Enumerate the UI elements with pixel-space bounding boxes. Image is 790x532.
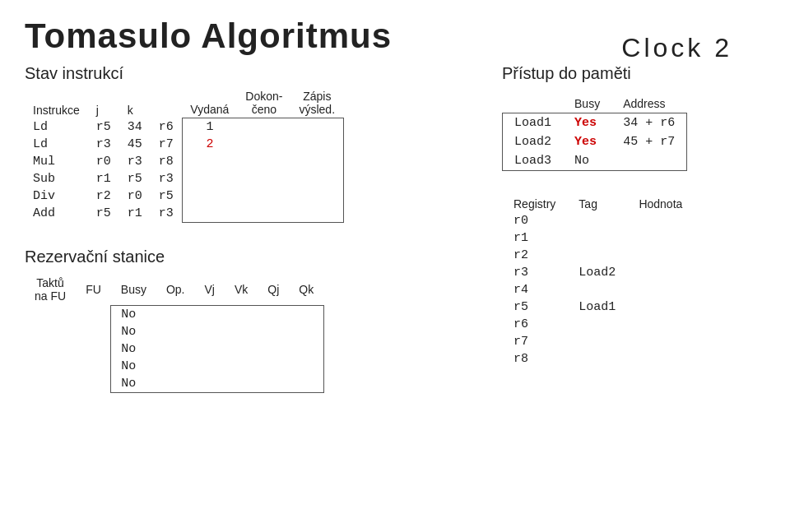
mem-cell-busy: No — [563, 151, 611, 171]
mem-cell-busy: Yes — [563, 113, 611, 133]
cell-extra: r5 — [151, 187, 183, 205]
cell-vydana — [182, 153, 237, 170]
table-row: Add r5 r1 r3 — [25, 205, 343, 222]
cell-instr: Mul — [25, 153, 88, 170]
table-row: r4 — [502, 281, 694, 298]
rs-cell-busy: No — [111, 305, 156, 323]
rs-col-op: Op. — [156, 275, 195, 306]
mem-cell-busy: Yes — [563, 132, 611, 151]
pristup-title: Přístup do paměti — [502, 64, 765, 83]
cell-zapis — [290, 170, 343, 187]
cell-instr: Ld — [25, 118, 88, 136]
cell-instr: Add — [25, 205, 88, 222]
cell-zapis — [290, 118, 343, 136]
rs-cell-taktuna — [25, 323, 76, 340]
rs-col-fu: FU — [76, 275, 111, 306]
rs-cell-qk — [289, 375, 323, 393]
table-row: Load1 Yes 34 + r6 — [503, 113, 687, 133]
mem-cell-address: 45 + r7 — [611, 132, 687, 151]
cell-k: 45 — [119, 136, 151, 153]
reg-cell-tag — [567, 350, 627, 368]
rs-cell-vk — [225, 323, 258, 340]
stav-instrukci-title: Stav instrukcí — [25, 64, 486, 83]
cell-dokonceno — [237, 170, 290, 187]
cell-instr: Ld — [25, 136, 88, 153]
table-row: Load2 Yes 45 + r7 — [503, 132, 687, 151]
table-row: No — [25, 323, 323, 340]
rs-cell-taktuna — [25, 375, 76, 393]
rs-cell-fu — [76, 358, 111, 375]
rs-cell-vk — [225, 375, 258, 393]
rs-cell-busy: No — [111, 375, 156, 393]
rs-cell-op — [156, 340, 195, 358]
rs-cell-fu — [76, 323, 111, 340]
cell-extra: r6 — [151, 118, 183, 136]
reg-cell-hodnota — [627, 298, 694, 316]
table-row: r6 — [502, 316, 694, 333]
table-row: Ld r5 34 r6 1 — [25, 118, 343, 136]
reg-cell-tag: Load1 — [567, 298, 627, 316]
rs-cell-vk — [225, 358, 258, 375]
table-row: Mul r0 r3 r8 — [25, 153, 343, 170]
reg-cell-tag — [567, 212, 627, 229]
cell-dokonceno — [237, 118, 290, 136]
rs-cell-qj — [258, 358, 289, 375]
reg-cell-reg: r0 — [502, 212, 567, 229]
rs-cell-taktuna — [25, 340, 76, 358]
cell-j: r5 — [88, 118, 119, 136]
rs-cell-vk — [225, 340, 258, 358]
rs-cell-qj — [258, 340, 289, 358]
cell-k: 34 — [119, 118, 151, 136]
cell-k: r1 — [119, 205, 151, 222]
rs-cell-qj — [258, 305, 289, 323]
cell-instr: Div — [25, 187, 88, 205]
cell-zapis — [290, 153, 343, 170]
rs-cell-op — [156, 375, 195, 393]
reg-cell-tag — [567, 333, 627, 350]
cell-k: r3 — [119, 153, 151, 170]
rs-cell-vj — [195, 358, 225, 375]
cell-vydana: 1 — [182, 118, 237, 136]
cell-extra: r7 — [151, 136, 183, 153]
rs-cell-qj — [258, 323, 289, 340]
cell-zapis — [290, 136, 343, 153]
mem-cell-name: Load1 — [503, 113, 564, 133]
col-vydana: Vydaná — [182, 88, 237, 118]
col-dokonceno: Dokon-čeno — [237, 88, 290, 118]
table-row: No — [25, 340, 323, 358]
reg-cell-tag — [567, 247, 627, 264]
cell-dokonceno — [237, 205, 290, 222]
table-row: No — [25, 375, 323, 393]
mem-table: Busy Address Load1 Yes 34 + r6 Load2 Yes… — [502, 95, 687, 171]
mem-cell-name: Load3 — [503, 151, 564, 171]
registry-table: Registry Tag Hodnota r0 r1 r2 r3 Load2 r… — [502, 196, 694, 368]
cell-vydana — [182, 170, 237, 187]
mem-cell-name: Load2 — [503, 132, 564, 151]
mem-col-busy: Busy — [563, 95, 611, 113]
col-k: k — [119, 88, 151, 118]
table-row: Div r2 r0 r5 — [25, 187, 343, 205]
table-row: Load3 No — [503, 151, 687, 171]
rs-cell-taktuna — [25, 358, 76, 375]
table-row: No — [25, 358, 323, 375]
rs-cell-busy: No — [111, 323, 156, 340]
rs-cell-qk — [289, 323, 323, 340]
cell-extra: r3 — [151, 205, 183, 222]
cell-j: r1 — [88, 170, 119, 187]
col-j: j — [88, 88, 119, 118]
cell-dokonceno — [237, 136, 290, 153]
reg-cell-tag — [567, 316, 627, 333]
table-row: r1 — [502, 229, 694, 247]
table-row: r8 — [502, 350, 694, 368]
reg-col-reg: Registry — [502, 196, 567, 212]
rs-cell-fu — [76, 375, 111, 393]
reg-cell-hodnota — [627, 316, 694, 333]
cell-zapis — [290, 205, 343, 222]
rs-cell-vj — [195, 340, 225, 358]
rs-col-qk: Qk — [289, 275, 323, 306]
cell-extra: r8 — [151, 153, 183, 170]
col-instrukce: Instrukce — [25, 88, 88, 118]
rs-cell-taktuna — [25, 305, 76, 323]
rs-title: Rezervační stanice — [25, 247, 486, 266]
rs-cell-op — [156, 358, 195, 375]
